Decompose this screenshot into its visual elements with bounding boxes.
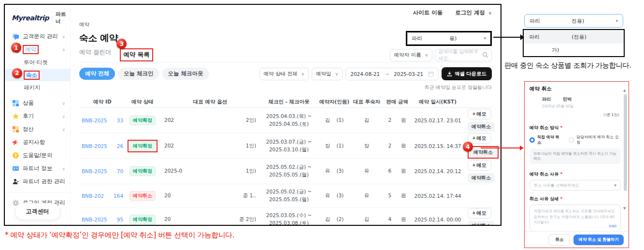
search-input[interactable]: 검색어를 입력해주세요. <box>435 49 492 61</box>
tab-reservation-calendar[interactable]: 예약 캘린더 <box>79 48 111 61</box>
cancel-method-label: 예약 취소 방식 * <box>530 125 621 131</box>
table-row: BNB-2025 26 예약확정 2021인) 2025.03.07.(금) ~… <box>79 133 492 159</box>
reason-detail-textarea[interactable]: 여행자에게 예약을 취소하는 이유를 안내해주세요. 입력하신 문구는 여행자에… <box>530 205 621 231</box>
reservation-id-link[interactable]: BNB-2025 33 <box>82 118 123 123</box>
main-content: 사이트 이동 로그인 계정 ∨ 예약 숙소 예약 파리 용) ▾ 예약 캘린더 … <box>71 5 501 225</box>
sidebar-item-notice[interactable]: 공지사항 <box>5 136 70 149</box>
chevron-down-icon: ∨ <box>62 101 65 106</box>
cancel-reason-label: 예약 취소 사유 * <box>530 171 621 177</box>
calculator-icon <box>12 126 19 133</box>
annotation-box-status: 예약확정 <box>128 140 157 152</box>
topbar: 사이트 이동 로그인 계정 ∨ <box>79 5 492 20</box>
login-account-menu[interactable]: 로그인 계정 ∨ <box>455 9 492 16</box>
radio-off-icon <box>569 137 574 143</box>
scroll-up-icon[interactable]: ▲ <box>623 88 626 92</box>
sidebar-item-partner-perm[interactable]: 파트너 권한 관리 <box>5 175 70 188</box>
status-filter-select[interactable]: 예약 상태 전체 ∨ <box>259 68 309 80</box>
memo-button[interactable]: + 메모 <box>468 133 491 144</box>
reservation-id-link[interactable]: BNB-2025 70 <box>82 168 123 174</box>
chevron-down-icon: ∨ <box>488 11 492 15</box>
excel-download-button[interactable]: 엑셀 다운로드 <box>442 67 492 80</box>
cancel-reservation-button[interactable]: 예약취소 <box>468 173 495 183</box>
footnote: * 예약 상태가 ‘예약확정’인 경우에만 [예약 취소] 버튼 선택이 가능합… <box>5 231 234 240</box>
pill-all-reservations[interactable]: 예약 전체 <box>79 68 115 80</box>
radio-direct-cancel[interactable]: 직접 예약 취소 <box>530 134 562 145</box>
caret-down-icon: ▾ <box>484 36 486 41</box>
caret-down-icon: ▾ <box>615 18 618 23</box>
sidebar-item-tour-ticket[interactable]: 투어·티켓 <box>5 56 70 69</box>
date-to: 2025-03-21 <box>394 71 423 77</box>
pill-today-checkout[interactable]: 오늘 체크아웃 <box>162 68 209 80</box>
reservation-summary: 파리 민박 2025년 05월 02일 기준 1인) <box>530 96 621 118</box>
logo[interactable]: Myrealtrip | 파트너 <box>5 11 70 30</box>
date-from: 2024-08-21 <box>350 71 380 77</box>
reservation-id-link[interactable]: BNB-2025 26 <box>82 143 123 149</box>
calendar-icon <box>428 71 434 77</box>
cancel-reservation-button[interactable]: 예약취소 <box>468 221 495 225</box>
chevron-down-icon: ∨ <box>301 72 305 76</box>
chevron-up-icon: ∧ <box>62 47 65 52</box>
scroll-down-icon[interactable]: ▼ <box>623 206 626 210</box>
page-title: 숙소 예약 <box>79 32 118 44</box>
divider <box>5 192 70 192</box>
chevron-down-icon: ∨ <box>62 114 65 119</box>
sidebar-item-inquiries[interactable]: 고객문의 관리 ∨ <box>5 30 70 43</box>
sidebar-item-settlement[interactable]: 정산 ∨ <box>5 123 70 136</box>
product-select-zoomed[interactable]: 파리 전용) ▾ <box>524 14 623 28</box>
radio-request-cancel[interactable]: 담당자에게 예약 취소 요청 <box>569 134 621 145</box>
site-move-link[interactable]: 사이트 이동 <box>413 9 443 16</box>
cancel-reservation-panel: 예약 취소 파리 민박 2025년 05월 02일 기준 1인) 예약 취소 방… <box>524 81 629 248</box>
sidebar-item-partner-info[interactable]: 파트너 정보 ∨ <box>5 162 70 175</box>
product-option-paris[interactable]: 파리 (전용) <box>524 30 624 44</box>
sidebar-item-package[interactable]: 패키지 <box>5 81 70 94</box>
caret-down-icon: ▾ <box>614 183 616 188</box>
panel-cancel-button[interactable]: 취소 <box>548 234 570 246</box>
step-2-marker: 2 <box>12 68 22 78</box>
panel-title: 예약 취소 <box>530 86 621 92</box>
pill-today-checkin[interactable]: 오늘 체크인 <box>118 68 159 80</box>
chevron-down-icon: ∨ <box>425 53 428 58</box>
svg-text:?: ? <box>14 153 17 158</box>
sidebar-item-products[interactable]: 상품 ∨ <box>5 97 70 110</box>
sidebar-item-reviews[interactable]: 후기 ∨ <box>5 110 70 123</box>
date-range-picker[interactable]: 2024-08-21 → 2025-03-21 <box>345 68 439 80</box>
chevron-down-icon: ∨ <box>335 72 339 76</box>
reason-detail-label: 취소 사유 상세 * <box>530 196 621 202</box>
dropdown-caption: 판매 중인 숙소 상품별 조회가 가능합니다. <box>504 61 631 70</box>
method-note: 파트너님이 직접 예약을 취소하면 즉시 취소가 가능해요. <box>530 148 621 164</box>
memo-button[interactable]: + 메모 <box>468 160 491 171</box>
reservation-id-link[interactable]: BNB-2025 95 <box>82 217 123 222</box>
cancel-reason-select[interactable]: 취소 사유를 선택해주세요 ▾ <box>530 180 621 191</box>
status-badge: 예약확정 <box>129 116 156 125</box>
sidebar-item-lodging[interactable]: 2 숙소 <box>5 69 70 81</box>
product-option-2[interactable]: 가) <box>524 44 624 56</box>
product-select-options: 파리 (전용) 가) <box>523 29 625 57</box>
cancel-reservation-button[interactable]: 예약취소 <box>470 147 497 157</box>
status-badge: 예약확정 <box>129 141 156 151</box>
chat-icon <box>12 33 19 40</box>
id-card-icon <box>12 165 19 172</box>
cancel-reservation-button[interactable]: 예약취소 <box>468 122 495 132</box>
panel-confirm-refund-button[interactable]: 예약 취소 및 환불하기 <box>573 235 624 245</box>
panel-scrollbar[interactable]: ▲ ▼ <box>624 88 627 210</box>
sidebar-item-help[interactable]: ? 도움말/문의 <box>5 149 70 162</box>
search-icon[interactable] <box>482 52 488 58</box>
chevron-down-icon: ∨ <box>62 166 65 171</box>
status-badge: 예약확정 <box>129 215 156 224</box>
reservation-id-link[interactable]: BNB-202 164 <box>82 193 123 199</box>
annotation-box-lodging: 2 숙소 <box>24 71 40 80</box>
memo-button[interactable]: + 메모 <box>468 109 491 119</box>
search-field-select[interactable]: 예약자 이름 ∨ <box>390 49 432 61</box>
date-type-select[interactable]: 예약일 ∨ <box>312 68 343 80</box>
annotation-box-product-select: 파리 용) ▾ <box>406 31 492 46</box>
product-select[interactable]: 파리 용) ▾ <box>407 32 490 44</box>
scrollbar-thumb[interactable] <box>624 94 627 191</box>
reservation-table: 예약 ID 예약 상태 대표 예약 옵션 체크인 - 체크아웃 예약자(인원) … <box>79 96 492 225</box>
memo-button[interactable]: + 메모 <box>468 208 491 219</box>
sidebar-item-reservations[interactable]: 1 예약 ∧ <box>5 43 70 56</box>
customer-center-button[interactable]: 고객센터 <box>15 203 60 220</box>
tab-reservation-list[interactable]: 예약 목록 <box>123 51 149 58</box>
download-icon <box>447 71 452 76</box>
megaphone-icon <box>12 139 19 146</box>
person-plus-icon <box>12 178 19 185</box>
